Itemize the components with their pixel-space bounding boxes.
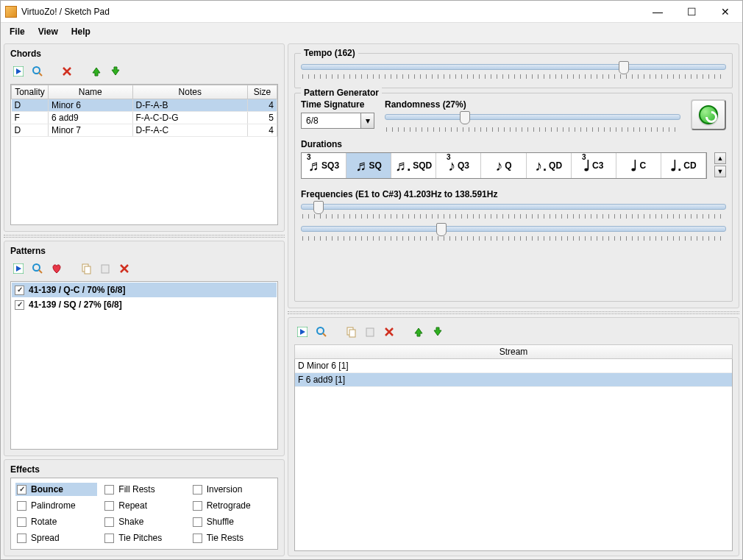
chord-row[interactable]: DMinor 7D-F-A-C4 <box>12 124 277 137</box>
patterns-list[interactable]: 41-139 / Q-C / 70% [6/8]41-139 / SQ / 27… <box>10 281 278 450</box>
scroll-up-icon[interactable]: ▲ <box>714 152 726 164</box>
checkbox[interactable] <box>193 501 202 511</box>
splitter-left-1[interactable] <box>4 235 285 238</box>
duration-sqd[interactable]: ♬SQD <box>391 153 436 178</box>
chord-cell-tonality: D <box>12 124 49 137</box>
splitter-right[interactable] <box>288 311 739 314</box>
tempo-slider-thumb[interactable] <box>619 61 629 74</box>
effect-fill-rests[interactable]: Fill Rests <box>103 483 185 496</box>
menu-view[interactable]: View <box>32 24 64 39</box>
effect-spread[interactable]: Spread <box>15 531 97 545</box>
copy-icon[interactable] <box>343 324 359 340</box>
effect-tie-rests[interactable]: Tie Rests <box>191 531 273 545</box>
effect-label: Palindrome <box>31 500 76 511</box>
durations-scroll: ▲ ▼ <box>714 152 726 179</box>
play-icon[interactable] <box>294 324 310 340</box>
chords-col-notes[interactable]: Notes <box>132 85 248 99</box>
effect-tie-pitches[interactable]: Tie Pitches <box>103 531 185 545</box>
randomness-slider[interactable] <box>385 114 680 120</box>
search-icon[interactable] <box>29 63 46 79</box>
checkbox[interactable] <box>15 300 24 310</box>
chord-row[interactable]: F6 add9F-A-C-D-G5 <box>12 112 277 124</box>
duration-sq3[interactable]: ♬SQ3 <box>302 153 346 178</box>
delete-icon[interactable] <box>116 260 132 277</box>
move-up-icon[interactable] <box>410 324 427 340</box>
effect-inversion[interactable]: Inversion <box>191 483 273 496</box>
copy-icon[interactable] <box>78 260 94 277</box>
effect-palindrome[interactable]: Palindrome <box>15 499 97 512</box>
maximize-button[interactable]: ☐ <box>675 1 708 22</box>
menu-help[interactable]: Help <box>65 24 96 39</box>
checkbox[interactable] <box>193 485 202 495</box>
duration-sq[interactable]: ♬SQ <box>346 153 391 178</box>
move-down-icon[interactable] <box>430 324 446 340</box>
tempo-slider[interactable] <box>301 64 726 70</box>
checkbox[interactable] <box>17 501 26 511</box>
chords-col-name[interactable]: Name <box>49 85 133 99</box>
stream-item[interactable]: D Minor 6 [1] <box>295 359 732 373</box>
duration-c3[interactable]: ♩C3 <box>572 153 616 178</box>
delete-icon[interactable] <box>59 63 75 79</box>
checkbox[interactable] <box>17 534 26 543</box>
chords-table[interactable]: Tonality Name Notes Size DMinor 6D-F-A-B… <box>10 84 278 225</box>
checkbox[interactable] <box>17 517 26 527</box>
stream-item[interactable]: F 6 add9 [1] <box>295 373 732 387</box>
delete-icon[interactable] <box>381 324 397 340</box>
play-icon[interactable] <box>10 260 26 277</box>
checkbox[interactable] <box>104 501 114 511</box>
minimize-button[interactable]: ― <box>641 1 675 22</box>
svg-rect-14 <box>366 328 374 336</box>
generate-button[interactable] <box>691 99 726 130</box>
duration-q3[interactable]: ♪Q3 <box>436 153 481 178</box>
play-icon[interactable] <box>10 63 26 79</box>
chevron-down-icon[interactable]: ▾ <box>361 113 374 129</box>
duration-q[interactable]: ♪Q <box>481 153 526 178</box>
checkbox[interactable] <box>104 534 114 543</box>
move-down-icon[interactable] <box>107 63 124 79</box>
stream-header: Stream <box>294 344 733 359</box>
effect-rotate[interactable]: Rotate <box>15 515 97 528</box>
close-button[interactable]: ✕ <box>708 1 742 22</box>
checkbox[interactable] <box>193 517 202 527</box>
checkbox[interactable] <box>193 534 202 543</box>
paste-icon[interactable] <box>362 324 378 340</box>
chord-cell-name: Minor 7 <box>49 124 133 137</box>
menu-bar: File View Help <box>1 23 742 40</box>
svg-point-10 <box>317 327 324 334</box>
chords-col-size[interactable]: Size <box>248 85 277 99</box>
chords-col-tonality[interactable]: Tonality <box>12 85 49 99</box>
chord-cell-name: Minor 6 <box>49 99 133 112</box>
checkbox[interactable] <box>15 286 24 295</box>
stream-list[interactable]: D Minor 6 [1]F 6 add9 [1] <box>294 359 733 551</box>
effect-retrograde[interactable]: Retrograde <box>191 499 273 512</box>
checkbox[interactable] <box>17 485 26 495</box>
move-up-icon[interactable] <box>88 63 104 79</box>
duration-cd[interactable]: ♩CD <box>661 153 706 178</box>
pattern-item[interactable]: 41-139 / SQ / 27% [6/8] <box>12 297 277 312</box>
durations-list[interactable]: ♬SQ3♬SQ♬SQD♪Q3♪Q♪QD♩C3♩C♩CD <box>301 152 707 179</box>
paste-icon[interactable] <box>97 260 113 277</box>
duration-code: CD <box>683 160 696 171</box>
freq-high-thumb[interactable] <box>436 223 447 236</box>
checkbox[interactable] <box>104 485 114 495</box>
search-icon[interactable] <box>29 260 46 277</box>
freq-low-slider[interactable] <box>301 204 726 210</box>
effect-repeat[interactable]: Repeat <box>103 499 185 512</box>
menu-file[interactable]: File <box>4 24 31 39</box>
checkbox[interactable] <box>104 517 114 527</box>
heart-icon[interactable] <box>49 260 65 277</box>
search-icon[interactable] <box>313 324 330 340</box>
effect-shake[interactable]: Shake <box>103 515 185 528</box>
effect-bounce[interactable]: Bounce <box>15 483 97 496</box>
chord-row[interactable]: DMinor 6D-F-A-B4 <box>12 99 277 112</box>
timesig-select[interactable]: 6/8 ▾ <box>301 113 374 129</box>
freq-low-thumb[interactable] <box>313 201 324 214</box>
duration-qd[interactable]: ♪QD <box>527 153 572 178</box>
randomness-slider-thumb[interactable] <box>460 111 470 124</box>
effect-shuffle[interactable]: Shuffle <box>191 515 273 528</box>
slider-ticks <box>302 236 725 241</box>
pattern-item[interactable]: 41-139 / Q-C / 70% [6/8] <box>12 283 277 297</box>
duration-c[interactable]: ♩C <box>616 153 661 178</box>
scroll-down-icon[interactable]: ▼ <box>714 166 726 177</box>
freq-high-slider[interactable] <box>301 226 726 232</box>
